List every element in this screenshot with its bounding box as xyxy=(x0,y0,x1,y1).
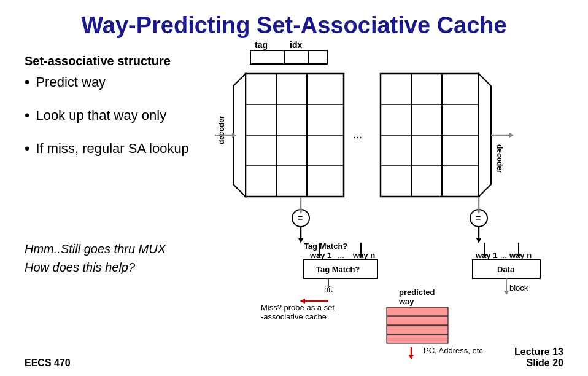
svg-text:Tag Match?: Tag Match? xyxy=(304,241,347,251)
bullet-item-2: Look up that way only xyxy=(25,107,189,124)
svg-text:way n: way n xyxy=(509,251,532,260)
cache-diagram-svg: tag idx decoder ... xyxy=(196,37,577,376)
svg-text:block: block xyxy=(509,283,528,292)
svg-text:...: ... xyxy=(338,251,344,260)
svg-text:predicted: predicted xyxy=(399,288,435,297)
svg-text:=: = xyxy=(298,213,303,223)
svg-marker-31 xyxy=(298,238,303,243)
svg-text:PC, Address, etc.: PC, Address, etc. xyxy=(424,346,485,355)
eecs-label: EECS 470 xyxy=(25,358,71,369)
svg-marker-73 xyxy=(504,291,509,295)
svg-text:Tag Match?: Tag Match? xyxy=(316,265,360,274)
svg-marker-38 xyxy=(476,238,481,243)
bullet-item-3: If miss, regular SA lookup xyxy=(25,140,189,157)
svg-rect-58 xyxy=(387,326,448,334)
page-title: Way-Predicting Set-Associative Cache xyxy=(25,12,563,39)
svg-text:way n: way n xyxy=(352,251,375,260)
svg-marker-61 xyxy=(409,355,414,359)
hmm-text: Hmm..Still goes thru MUX How does this h… xyxy=(25,240,166,276)
svg-text:...: ... xyxy=(500,251,507,260)
svg-text:Data: Data xyxy=(497,265,515,274)
svg-rect-57 xyxy=(387,316,448,325)
svg-rect-4 xyxy=(309,50,327,64)
svg-text:decoder: decoder xyxy=(217,116,226,144)
bullet-item-1: Predict way xyxy=(25,74,189,91)
svg-text:-associative cache: -associative cache xyxy=(261,312,327,321)
structure-label: Set-associative structure xyxy=(25,54,171,68)
svg-text:tag: tag xyxy=(255,40,268,50)
svg-marker-25 xyxy=(509,133,514,138)
diagram: tag idx decoder ... xyxy=(196,37,577,369)
svg-text:=: = xyxy=(476,213,481,223)
svg-rect-3 xyxy=(284,50,309,64)
svg-rect-56 xyxy=(387,307,448,316)
svg-text:way: way xyxy=(398,297,414,306)
svg-rect-59 xyxy=(387,335,448,343)
svg-text:Miss? probe as a set: Miss? probe as a set xyxy=(261,303,335,312)
svg-rect-1 xyxy=(250,50,284,64)
bullet-list: Predict way Look up that way only If mis… xyxy=(25,74,189,173)
svg-marker-22 xyxy=(479,74,491,197)
slide: Way-Predicting Set-Associative Cache Set… xyxy=(0,0,588,376)
svg-text:...: ... xyxy=(353,128,362,141)
svg-text:idx: idx xyxy=(290,40,302,50)
svg-text:decoder: decoder xyxy=(495,144,504,173)
